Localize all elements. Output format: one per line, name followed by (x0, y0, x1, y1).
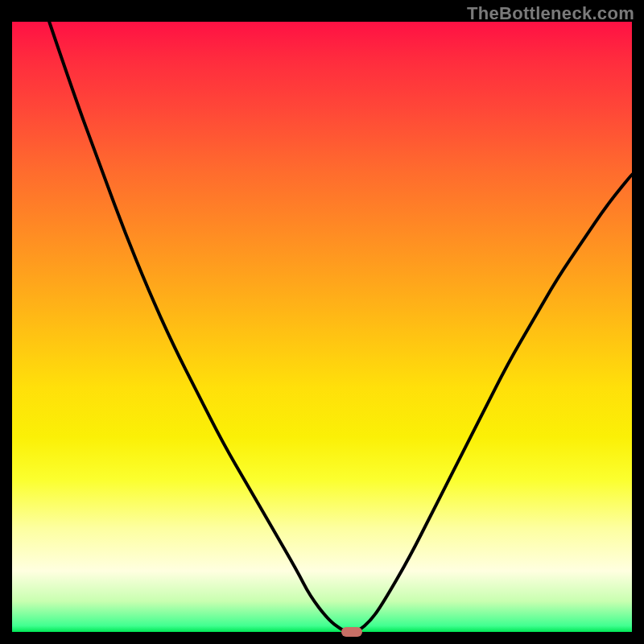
optimal-marker (341, 627, 362, 637)
chart-plot-area (12, 22, 632, 632)
bottleneck-curve (12, 22, 632, 632)
watermark-text: TheBottleneck.com (467, 3, 634, 24)
chart-stage: TheBottleneck.com (0, 0, 644, 644)
